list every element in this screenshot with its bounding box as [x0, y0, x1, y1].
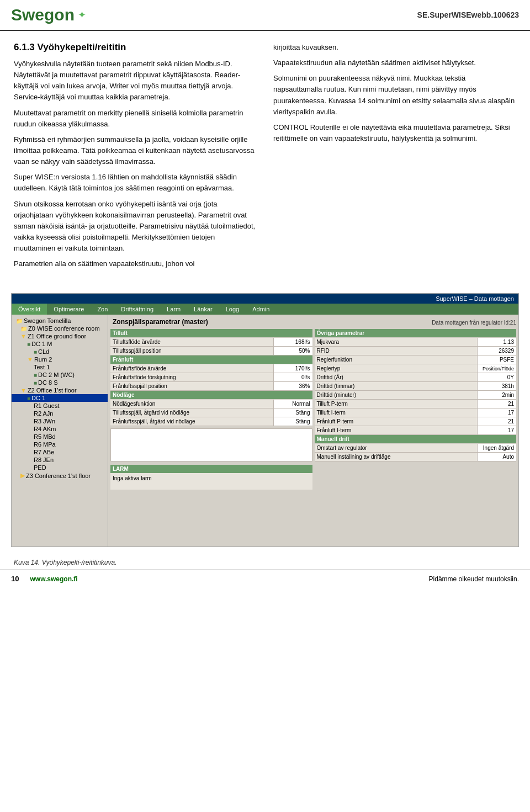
- device-icon: ■: [27, 395, 30, 401]
- footer: 10 www.swegon.fi Pidämme oikeudet muutok…: [0, 570, 530, 587]
- sidebar-item-r3[interactable]: R3 JWn: [12, 417, 108, 425]
- sidebar-label: Z1 Office ground floor: [28, 333, 86, 339]
- sidebar-label: R3 JWn: [34, 418, 55, 424]
- app-titlebar: SuperWISE – Data mottagen: [12, 294, 518, 304]
- param-row: Frånluft I-term 17: [315, 426, 517, 435]
- app-body: 📁 Swegon Tomelilla 📁 Z0 WISE conference …: [12, 315, 518, 546]
- panel-title: Zonspjällsparametrar (master): [110, 317, 210, 327]
- param-row: Drifttid (timmar) 381h: [315, 382, 517, 391]
- sidebar-item-dc2m[interactable]: ■ DC 2 M (WC): [12, 371, 108, 379]
- menu-item-admin[interactable]: Admin: [246, 304, 276, 315]
- param-label: Manuell inställning av driftläge: [315, 453, 478, 461]
- free-text-area[interactable]: [110, 428, 312, 461]
- app-main-panel: Zonspjällsparametrar (master) Data motta…: [108, 315, 518, 546]
- menu-item-zon[interactable]: Zon: [91, 304, 114, 315]
- sidebar-item-z0[interactable]: 📁 Z0 WISE conference room: [12, 325, 108, 332]
- param-value: 21: [478, 417, 516, 426]
- sidebar-label: CLd: [38, 348, 49, 355]
- logo-text: Swegon: [11, 6, 75, 24]
- menu-item-drift[interactable]: Driftsättning: [114, 304, 160, 315]
- param-row: Frånluftsspjäll, åtgärd vid nödläge Stän…: [110, 417, 312, 426]
- logo: Swegon ✦: [11, 6, 86, 24]
- param-value: 0l/s: [274, 373, 312, 381]
- app-sidebar: 📁 Swegon Tomelilla 📁 Z0 WISE conference …: [12, 315, 108, 546]
- rights-text: Pidämme oikeudet muutoksiin.: [429, 575, 519, 583]
- left-para-3: Ryhmissä eri ryhmäorjien summauksella ja…: [14, 134, 257, 167]
- param-value: 21: [478, 400, 516, 408]
- sidebar-item-dc1m[interactable]: ■ DC 1 M: [12, 340, 108, 348]
- param-value: 381h: [478, 382, 516, 390]
- sidebar-item-r7[interactable]: R7 ABe: [12, 448, 108, 456]
- param-label: Frånluftsflöde ärvärde: [110, 364, 274, 373]
- sidebar-label: DC 8 S: [38, 379, 57, 386]
- page-number: 10: [11, 575, 19, 583]
- param-row: Drifttid (År) 0Y: [315, 373, 517, 382]
- sidebar-item-ped[interactable]: PED: [12, 464, 108, 471]
- sidebar-label: Z3 Conference 1'st floor: [26, 473, 91, 479]
- sidebar-item-r2[interactable]: R2 AJn: [12, 410, 108, 417]
- menu-item-logg[interactable]: Logg: [219, 304, 246, 315]
- sidebar-item-r4[interactable]: R4 AKm: [12, 425, 108, 433]
- param-label: Drifttid (timmar): [315, 382, 478, 390]
- sidebar-item-z3[interactable]: ▶ Z3 Conference 1'st floor: [12, 471, 108, 480]
- sidebar-item-z2[interactable]: ▼ Z2 Office 1'st floor: [12, 386, 108, 394]
- menu-item-optimize[interactable]: Optimerare: [47, 304, 91, 315]
- param-row: Reglerfunktion PSFE: [315, 355, 517, 364]
- right-column: kirjoittaa kuvauksen. Vapaatekstiruudun …: [273, 42, 516, 274]
- param-row: Frånluftsflöde förskjutning 0l/s: [110, 373, 312, 382]
- larm-content: Inga aktiva larm: [110, 473, 312, 490]
- expand-icon: ▼: [20, 387, 26, 394]
- sidebar-label: DC 1: [31, 395, 45, 401]
- param-label: Tilluftsspjäll, åtgärd vid nödläge: [110, 408, 274, 417]
- menu-item-lankar[interactable]: Länkar: [187, 304, 219, 315]
- sidebar-label: R7 ABe: [34, 449, 54, 455]
- sidebar-item-r5[interactable]: R5 MBd: [12, 433, 108, 441]
- sidebar-item-r8[interactable]: R8 JEn: [12, 456, 108, 464]
- main-content: 6.1.3 Vyöhykepelti/reititin Vyöhykesivul…: [0, 31, 530, 285]
- param-value: 17: [478, 408, 516, 417]
- menu-item-overview[interactable]: Översikt: [12, 304, 47, 315]
- param-value: 26329: [478, 347, 516, 355]
- left-column: 6.1.3 Vyöhykepelti/reititin Vyöhykesivul…: [14, 42, 257, 274]
- app-window: SuperWISE – Data mottagen Översikt Optim…: [12, 294, 518, 546]
- logo-leaf: ✦: [78, 9, 86, 21]
- sidebar-item-rum2[interactable]: ▼ Rum 2: [12, 355, 108, 363]
- param-label: Reglerfunktion: [315, 355, 478, 364]
- sidebar-item-swegon[interactable]: 📁 Swegon Tomelilla: [12, 317, 108, 325]
- device-icon: ■: [34, 349, 37, 355]
- param-label: Mjukvara: [315, 338, 478, 346]
- param-label: Frånluftsspjäll, åtgärd vid nödläge: [110, 417, 274, 426]
- param-label: Nödlägesfunktion: [110, 400, 274, 408]
- page-header: Swegon ✦ SE.SuperWISEwebb.100623: [0, 0, 530, 31]
- param-row: Mjukvara 1.13: [315, 338, 517, 347]
- params-area: Tilluft Tilluftsflöde ärvärde 168l/s Til…: [110, 329, 516, 490]
- right-params: Övriga parametrar Mjukvara 1.13 RFID 263…: [315, 329, 517, 490]
- sidebar-item-dc1[interactable]: ■ DC 1: [12, 394, 108, 402]
- sidebar-item-r1[interactable]: R1 Guest: [12, 402, 108, 410]
- sidebar-item-cld[interactable]: ■ CLd: [12, 348, 108, 355]
- left-para-4: Super WISE:n versiosta 1.16 lähtien on m…: [14, 172, 257, 194]
- param-value: 50%: [274, 347, 312, 355]
- sidebar-item-test1[interactable]: Test 1: [12, 363, 108, 371]
- menu-item-larm[interactable]: Larm: [160, 304, 187, 315]
- param-row: Frånluft P-term 21: [315, 417, 517, 426]
- param-row: Manuell inställning av driftläge Auto: [315, 453, 517, 461]
- param-label: Frånluftsspjäll position: [110, 382, 274, 390]
- data-info: Data mottagen från regulator Id:21: [432, 320, 516, 326]
- param-value: 170l/s: [274, 364, 312, 373]
- sidebar-item-dc8s[interactable]: ■ DC 8 S: [12, 379, 108, 386]
- expand-icon: ▶: [20, 472, 25, 479]
- param-value: 168l/s: [274, 338, 312, 346]
- sidebar-label: R2 AJn: [34, 410, 53, 417]
- sidebar-item-r6[interactable]: R6 MPa: [12, 441, 108, 448]
- param-label: Omstart av regulator: [315, 444, 478, 452]
- sidebar-label: Swegon Tomelilla: [24, 317, 71, 324]
- sidebar-label: R4 AKm: [34, 426, 56, 432]
- right-para-2: Vapaatekstiruudun alla näytetään säätime…: [273, 57, 516, 68]
- sidebar-item-z1[interactable]: ▼ Z1 Office ground floor: [12, 332, 108, 340]
- param-row: Frånluftsflöde ärvärde 170l/s: [110, 364, 312, 373]
- sidebar-label: Test 1: [34, 364, 50, 370]
- larm-section: LARM Inga aktiva larm: [110, 465, 312, 490]
- device-icon: ■: [34, 380, 37, 386]
- section-ovriga: Övriga parametrar: [315, 329, 517, 337]
